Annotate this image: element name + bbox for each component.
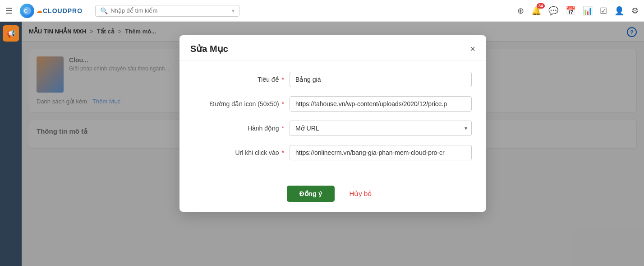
modal-overlay[interactable]: Sửa Mục × Tiêu đề * Đường [22,22,644,266]
settings-icon: ⚙ [631,6,639,16]
sidebar: 📢 [0,22,22,266]
megaphone-icon: 📢 [6,29,15,38]
sidebar-icon-megaphone[interactable]: 📢 [3,25,19,42]
navbar: ☰ C ☁CLOUDPRO 🔍 ▾ ⊕ 🔔 34 💬 📅 [0,0,644,22]
notification-badge: 34 [537,3,545,9]
hanh-dong-required: * [280,125,284,132]
main-content: MẪU TIN NHẮN MXH > Tất cả > Thêm mô... ?… [22,22,644,266]
user-button[interactable]: 👤 [614,6,624,16]
modal-body: Tiêu đề * Đường dẫn icon (50x50) * [179,61,486,180]
navbar-actions: ⊕ 🔔 34 💬 📅 📊 ☑ 👤 ⚙ [517,6,639,16]
duong-dan-icon-label: Đường dẫn icon (50x50) * [194,100,284,107]
modal-footer: Đồng ý Hủy bỏ [179,180,486,212]
modal-header: Sửa Mục × [179,35,486,61]
notification-button[interactable]: 🔔 34 [531,6,541,16]
duong-dan-icon-input[interactable] [290,96,472,112]
menu-icon[interactable]: ☰ [5,6,13,16]
form-row-hanh-dong: Hành động * Mở URL Gửi tin nhắn Mở webvi… [194,121,472,136]
chat-button[interactable]: 💬 [548,6,558,16]
url-click-required: * [280,149,284,156]
calendar-icon: 📅 [566,6,575,16]
calendar-button[interactable]: 📅 [566,6,575,16]
settings-button[interactable]: ⚙ [631,6,639,16]
hanh-dong-select[interactable]: Mở URL Gửi tin nhắn Mở webview [290,121,472,136]
form-row-url-click: Url khi click vào * [194,145,472,160]
hanh-dong-select-wrap: Mở URL Gửi tin nhắn Mở webview ▾ [290,121,472,136]
plus-icon: ⊕ [517,6,524,16]
tieu-de-input[interactable] [290,72,472,87]
logo-icon: C [20,4,34,18]
svg-text:C: C [24,8,28,14]
chat-icon: 💬 [548,6,558,16]
check-icon: ☑ [600,6,607,16]
chart-icon: 📊 [583,6,593,16]
form-row-tieu-de: Tiêu đề * [194,72,472,87]
huy-bo-button[interactable]: Hủy bỏ [342,186,379,202]
modal-title: Sửa Mục [190,43,228,54]
form-row-duong-dan: Đường dẫn icon (50x50) * [194,96,472,112]
modal-close-button[interactable]: × [470,44,475,53]
sua-muc-modal: Sửa Mục × Tiêu đề * Đường [179,35,486,212]
hanh-dong-label: Hành động * [194,125,284,132]
url-click-label: Url khi click vào * [194,149,284,156]
user-icon: 👤 [614,6,624,16]
tieu-de-required: * [280,76,284,83]
search-icon: 🔍 [100,7,108,14]
url-click-input[interactable] [290,145,472,160]
tieu-de-label: Tiêu đề * [194,76,284,83]
dong-y-button[interactable]: Đồng ý [287,186,335,202]
chevron-down-icon: ▾ [232,8,235,14]
logo: C ☁CLOUDPRO [20,4,83,18]
checklist-button[interactable]: ☑ [600,6,607,16]
logo-text: ☁CLOUDPRO [36,7,83,14]
chart-button[interactable]: 📊 [583,6,593,16]
duong-dan-required: * [280,100,284,107]
search-bar[interactable]: 🔍 ▾ [95,5,239,17]
add-button[interactable]: ⊕ [517,6,524,16]
search-input[interactable] [110,7,229,14]
main-layout: 📢 MẪU TIN NHẮN MXH > Tất cả > Thêm mô...… [0,22,644,266]
